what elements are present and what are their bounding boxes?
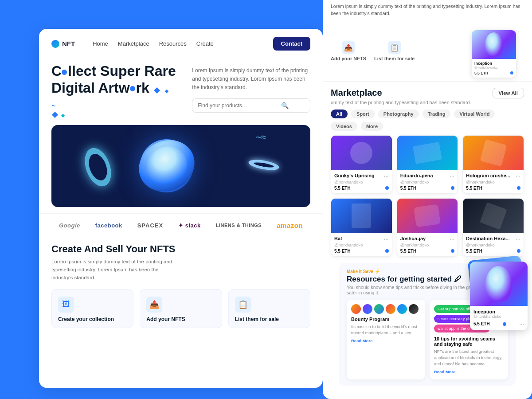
avatar-2 xyxy=(363,304,372,314)
nav-link-create[interactable]: Create xyxy=(196,40,214,47)
nft-card-info-1: Gunky's Uprising ··· @norkhandoko 5.5 ET… xyxy=(331,170,392,193)
nft-dot-4 xyxy=(385,249,389,253)
tab-more[interactable]: More xyxy=(361,122,383,131)
hero-title-line1: Cllect Super Rare xyxy=(51,63,176,79)
avatar-3 xyxy=(374,304,384,314)
nft-menu-4[interactable]: ··· xyxy=(384,236,389,243)
nav-links: Home Marketplace Resources Create xyxy=(93,40,214,47)
search-input[interactable] xyxy=(198,102,278,109)
nft-price-6: 5.5 ETH xyxy=(466,249,482,254)
marketplace-title: Marketplace xyxy=(331,88,382,98)
nft-menu-6[interactable]: ··· xyxy=(516,236,520,243)
nft-card-art-6 xyxy=(463,199,524,233)
bounty-read-more[interactable]: Read More xyxy=(351,338,373,343)
art-shape-4 xyxy=(352,203,371,228)
nft-user-4: @norkhandoko xyxy=(334,243,389,247)
deco-diamond1 xyxy=(52,111,58,117)
marketplace-header: Marketplace View All xyxy=(331,88,524,98)
category-tabs: All Sport Photography Trading Virtual Wo… xyxy=(331,110,524,131)
nft-card-6[interactable]: Destination Hexa... ··· @norkhandoko 5.5… xyxy=(462,198,524,257)
nft-title-3: Hologram crushe... xyxy=(466,173,510,180)
inception-title: Inception xyxy=(473,309,524,314)
hero-description: Lorem Ipsum is simply dummy text of the … xyxy=(192,66,310,92)
art-shape-2 xyxy=(413,142,442,164)
view-all-button[interactable]: View All xyxy=(493,88,524,98)
nft-card-4[interactable]: Bat ··· @norkhandoko 5.5 ETH xyxy=(331,198,392,257)
nav-link-home[interactable]: Home xyxy=(93,40,108,47)
nft-card-5[interactable]: Joshua-jay ··· @norkhandoko 5.5 ETH xyxy=(397,198,458,257)
tab-sport[interactable]: Sport xyxy=(351,110,375,118)
hero-title-line2: Digital Artwrk xyxy=(51,80,149,96)
nft-title-4: Bat xyxy=(334,236,342,243)
step-card-3: 📋 List them for sale xyxy=(228,289,310,328)
res-card-bounty[interactable]: Bounty Program Its mission to build the … xyxy=(347,300,425,380)
brand-spacex: SPACEX xyxy=(137,222,164,229)
marketplace-section: Marketplace View All ummy text of the pr… xyxy=(323,82,532,386)
tips-read-more[interactable]: Read More xyxy=(434,369,456,374)
nft-price-row-1: 5.5 ETH xyxy=(334,186,389,191)
create-steps: 🖼 Create your collection 📤 Add your NFTS… xyxy=(51,289,310,328)
rp-inception-user: @ltorikhandoko xyxy=(474,66,513,70)
nav-link-resources[interactable]: Resources xyxy=(159,40,187,47)
nft-price-3: 5.5 ETH xyxy=(466,186,482,191)
bounty-title: Bounty Program xyxy=(351,317,421,322)
inception-status-dot xyxy=(503,322,506,326)
rp-step-icon-2: 📋 xyxy=(388,41,401,54)
brand-slack: ✦ slack xyxy=(178,222,201,229)
avatar-1 xyxy=(351,304,361,314)
nft-dot-5 xyxy=(451,249,454,253)
nft-price-1: 5.5 ETH xyxy=(334,186,351,191)
nft-menu-5[interactable]: ··· xyxy=(450,236,454,243)
nft-price-row-6: 5.5 ETH xyxy=(466,249,520,254)
brand-facebook: facebook xyxy=(95,222,122,229)
avatar-6 xyxy=(409,304,419,314)
nft-price-row-4: 5.5 ETH xyxy=(334,249,389,254)
tab-all[interactable]: All xyxy=(331,110,348,118)
nft-title-2: Eduardo-pena xyxy=(400,173,433,180)
art-shape-5 xyxy=(414,204,441,227)
tips-title: 10 tips for avoiding scams and staying s… xyxy=(434,336,504,347)
nft-menu-1[interactable]: ··· xyxy=(384,173,389,180)
shape-left xyxy=(80,144,116,190)
logo-text: NFT xyxy=(62,40,75,47)
contact-button[interactable]: Contact xyxy=(273,37,310,51)
nft-price-5: 5.5 ETH xyxy=(400,249,417,254)
inception-card-group: Inception @ltorikhandoko 5.5 ETH ··· xyxy=(470,262,528,330)
nft-price-row-2: 5.5 ETH xyxy=(400,186,455,191)
nft-card-2[interactable]: Eduardo-pena ··· @norkhandoko 5.5 ETH xyxy=(397,135,458,194)
bounty-avatars xyxy=(351,304,421,314)
nft-card-3[interactable]: Hologram crushe... ··· @norkhandoko 5.5 … xyxy=(462,135,524,194)
rp-step-label-1: Add your NFTS xyxy=(331,56,366,61)
main-card: NFT Home Marketplace Resources Create Co… xyxy=(39,29,323,388)
inception-menu[interactable]: ··· xyxy=(519,321,524,327)
nft-menu-2[interactable]: ··· xyxy=(450,173,454,180)
avatar-4 xyxy=(386,304,395,314)
nft-menu-3[interactable]: ··· xyxy=(516,173,520,180)
tab-virtual-world[interactable]: Virtual World xyxy=(454,110,495,118)
rp-step-icon-1: 📤 xyxy=(342,41,355,54)
tab-trading[interactable]: Trading xyxy=(422,110,451,118)
nft-price-row-3: 5.5 ETH xyxy=(466,186,520,191)
logo-icon xyxy=(51,40,59,48)
rp-status-dot xyxy=(510,71,513,74)
nft-user-2: @norkhandoko xyxy=(400,180,455,184)
tab-photography[interactable]: Photography xyxy=(378,110,419,118)
nft-card-art-5 xyxy=(397,199,458,233)
rp-step-1: 📤 Add your NFTS xyxy=(331,41,366,61)
bounty-desc: Its mission to build the world's most tr… xyxy=(351,324,421,336)
tab-videos[interactable]: Videos xyxy=(331,122,357,131)
diamond-sm-icon xyxy=(164,90,168,93)
nft-card-info-5: Joshua-jay ··· @norkhandoko 5.5 ETH xyxy=(397,233,458,256)
nft-card-art-2 xyxy=(397,136,458,170)
nft-card-info-3: Hologram crushe... ··· @norkhandoko 5.5 … xyxy=(463,170,524,193)
nft-card-1[interactable]: Gunky's Uprising ··· @norkhandoko 5.5 ET… xyxy=(331,135,392,194)
hero-title: Cllect Super Rare Digital Artwrk xyxy=(51,63,181,97)
nft-card-art-3 xyxy=(463,136,524,170)
step-label-2: Add your NFTS xyxy=(146,316,185,322)
nav-link-marketplace[interactable]: Marketplace xyxy=(118,40,149,47)
inception-price-row: 5.5 ETH ··· xyxy=(473,321,524,327)
hero-section: Cllect Super Rare Digital Artwrk ~ Lorem… xyxy=(39,59,323,113)
step-label-1: Create your collection xyxy=(58,316,114,322)
nft-card-art-1 xyxy=(331,136,392,170)
search-bar[interactable]: 🔍 xyxy=(192,98,310,113)
